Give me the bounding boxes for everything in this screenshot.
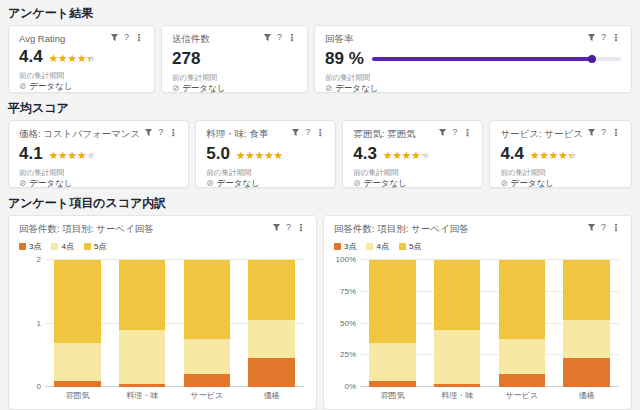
help-icon[interactable]: ? <box>286 223 291 232</box>
card-actions: ? ⋮ <box>587 223 621 232</box>
help-icon[interactable]: ? <box>277 33 282 42</box>
help-icon[interactable]: ? <box>124 33 129 42</box>
bar-segment[interactable] <box>248 260 295 320</box>
legend-item[interactable]: 5点 <box>399 241 421 252</box>
bar-segment[interactable] <box>119 384 166 387</box>
stacked-bar[interactable] <box>499 260 546 387</box>
y-axis-tick: 25% <box>334 351 356 359</box>
stacked-bar[interactable] <box>369 260 416 387</box>
section-title-survey-results: アンケート結果 <box>8 6 632 20</box>
no-data: ⊘ データなし <box>172 83 297 93</box>
kebab-menu-icon[interactable]: ⋮ <box>296 223 306 232</box>
chart-row: 回答件数: 項目別: サーベイ回答 ? ⋮ 3点4点5点 012雰囲気料理・味サ… <box>8 215 632 410</box>
legend-item[interactable]: 3点 <box>334 241 356 252</box>
help-icon[interactable]: ? <box>601 223 606 232</box>
stacked-bar[interactable] <box>563 260 610 387</box>
card-sent-count: 送信件数 ? ⋮ 278 前の集計期間 ⊘ データなし <box>161 25 308 93</box>
dashboard: アンケート結果 Avg Rating ? ⋮ 4.4 ★★★★★★★★★★ 前の… <box>0 0 640 410</box>
star-rating: ★★★★★★★★★★ <box>49 150 96 161</box>
bar-segment[interactable] <box>54 260 101 343</box>
stacked-bar[interactable] <box>248 260 295 387</box>
filter-icon[interactable] <box>587 33 596 42</box>
legend-label: 4点 <box>376 241 388 252</box>
help-icon[interactable]: ? <box>601 128 606 137</box>
bar-segment[interactable] <box>499 339 546 374</box>
no-data-label: データなし <box>335 83 378 93</box>
filter-icon[interactable] <box>438 128 447 137</box>
legend-item[interactable]: 4点 <box>51 241 73 252</box>
no-data-icon: ⊘ <box>172 83 179 93</box>
kpi-value: 89 % <box>325 50 364 68</box>
card-title: サービス: サービス <box>500 128 583 141</box>
kpi-value: 5.0 <box>206 145 230 163</box>
no-data-label: データなし <box>29 81 72 91</box>
legend-swatch <box>19 243 26 250</box>
kebab-menu-icon[interactable]: ⋮ <box>168 128 178 137</box>
legend-item[interactable]: 5点 <box>84 241 106 252</box>
help-icon[interactable]: ? <box>158 128 163 137</box>
kebab-menu-icon[interactable]: ⋮ <box>134 33 144 42</box>
legend-label: 5点 <box>94 241 106 252</box>
bar-segment[interactable] <box>54 343 101 381</box>
bar-segment[interactable] <box>248 358 295 387</box>
bar-segment[interactable] <box>119 260 166 330</box>
bar-segment[interactable] <box>184 374 231 387</box>
legend-item[interactable]: 4点 <box>366 241 388 252</box>
kebab-menu-icon[interactable]: ⋮ <box>611 128 621 137</box>
legend-swatch <box>51 243 58 250</box>
filter-icon[interactable] <box>587 128 596 137</box>
bar-segment[interactable] <box>434 330 481 384</box>
filter-icon[interactable] <box>110 33 119 42</box>
bar-segment[interactable] <box>369 260 416 343</box>
filter-icon[interactable] <box>272 223 281 232</box>
bar-segment[interactable] <box>184 260 231 339</box>
stacked-bar[interactable] <box>119 260 166 387</box>
section-title-avg-scores: 平均スコア <box>8 101 632 115</box>
y-axis-tick: 50% <box>334 320 356 328</box>
bar-segment[interactable] <box>499 374 546 387</box>
kpi-value: 4.4 <box>19 48 43 66</box>
prev-period-label: 前の集計期間 <box>19 168 178 177</box>
kebab-menu-icon[interactable]: ⋮ <box>462 128 472 137</box>
prev-period-label: 前の集計期間 <box>353 168 472 177</box>
help-icon[interactable]: ? <box>601 33 606 42</box>
bar-segment[interactable] <box>563 260 610 320</box>
filter-icon[interactable] <box>144 128 153 137</box>
x-axis-label: 雰囲気 <box>360 390 425 401</box>
card-avg-rating: Avg Rating ? ⋮ 4.4 ★★★★★★★★★★ 前の集計期間 ⊘ デ… <box>8 25 155 93</box>
bar-segment[interactable] <box>119 330 166 384</box>
no-data: ⊘ データなし <box>500 178 621 188</box>
card-actions: ? ⋮ <box>263 33 297 42</box>
no-data-label: データなし <box>182 83 225 93</box>
bar-segment[interactable] <box>563 358 610 387</box>
kpi-value: 4.3 <box>353 145 377 163</box>
bar-segment[interactable] <box>434 260 481 330</box>
legend-item[interactable]: 3点 <box>19 241 41 252</box>
stacked-bar[interactable] <box>54 260 101 387</box>
bar-segment[interactable] <box>563 320 610 358</box>
bar-segment[interactable] <box>54 381 101 387</box>
kebab-menu-icon[interactable]: ⋮ <box>611 223 621 232</box>
stacked-bar[interactable] <box>184 260 231 387</box>
filter-icon[interactable] <box>587 223 596 232</box>
filter-icon[interactable] <box>291 128 300 137</box>
bar-segment[interactable] <box>369 343 416 381</box>
filter-icon[interactable] <box>263 33 272 42</box>
bar-segment[interactable] <box>369 381 416 387</box>
prev-period-label: 前の集計期間 <box>19 71 144 80</box>
kebab-menu-icon[interactable]: ⋮ <box>315 128 325 137</box>
help-icon[interactable]: ? <box>452 128 457 137</box>
bar-segment[interactable] <box>184 339 231 374</box>
x-axis-label: 価格 <box>554 390 619 401</box>
legend-label: 4点 <box>61 241 73 252</box>
card-actions: ? ⋮ <box>438 128 472 137</box>
help-icon[interactable]: ? <box>305 128 310 137</box>
kebab-menu-icon[interactable]: ⋮ <box>611 33 621 42</box>
card-actions: ? ⋮ <box>144 128 178 137</box>
kebab-menu-icon[interactable]: ⋮ <box>287 33 297 42</box>
bar-segment[interactable] <box>499 260 546 339</box>
card-title: 回答率 <box>325 33 583 46</box>
stacked-bar[interactable] <box>434 260 481 387</box>
bar-segment[interactable] <box>434 384 481 387</box>
bar-segment[interactable] <box>248 320 295 358</box>
